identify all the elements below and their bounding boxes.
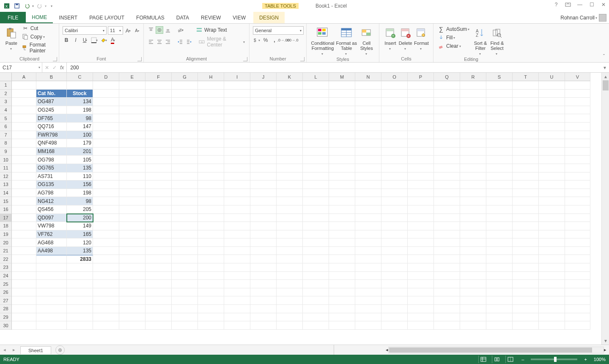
cell[interactable] xyxy=(12,280,36,288)
cut-button[interactable]: ✂Cut xyxy=(21,25,55,32)
cell[interactable] xyxy=(381,214,408,222)
row-header[interactable]: 12 xyxy=(0,172,12,181)
redo-dropdown-icon[interactable]: ▾ xyxy=(45,4,47,8)
cell[interactable] xyxy=(408,197,434,205)
column-header[interactable]: V xyxy=(565,73,590,81)
cell[interactable] xyxy=(224,81,250,90)
cell[interactable] xyxy=(565,255,590,263)
cell[interactable] xyxy=(303,172,329,181)
row-header[interactable]: 19 xyxy=(0,230,12,239)
cell[interactable] xyxy=(119,90,145,98)
cell[interactable] xyxy=(198,214,224,222)
cell[interactable] xyxy=(198,172,224,181)
cell[interactable] xyxy=(513,272,539,280)
cell[interactable]: OG765 xyxy=(36,164,67,172)
cell[interactable]: 205 xyxy=(67,205,93,214)
cell[interactable] xyxy=(486,296,513,305)
cell[interactable] xyxy=(408,214,434,222)
cell[interactable] xyxy=(277,156,303,164)
cell[interactable] xyxy=(250,114,277,123)
cell[interactable] xyxy=(198,238,224,247)
tab-formulas[interactable]: FORMULAS xyxy=(130,12,170,23)
cell[interactable] xyxy=(277,164,303,172)
cell[interactable]: 135 xyxy=(67,164,93,172)
cell[interactable] xyxy=(408,247,434,255)
cell[interactable] xyxy=(329,197,355,205)
cell[interactable] xyxy=(93,98,119,106)
cell[interactable] xyxy=(198,205,224,214)
cell[interactable] xyxy=(539,305,565,313)
format-painter-button[interactable]: Format Painter xyxy=(21,41,55,54)
cell[interactable] xyxy=(513,197,539,205)
cell[interactable] xyxy=(355,247,381,255)
cell[interactable] xyxy=(172,181,198,189)
cell[interactable] xyxy=(303,321,329,330)
cell[interactable] xyxy=(172,263,198,272)
cell[interactable] xyxy=(224,272,250,280)
cell[interactable] xyxy=(119,148,145,156)
cell[interactable] xyxy=(434,131,460,140)
paste-dropdown-icon[interactable]: ▾ xyxy=(10,47,12,52)
cell[interactable] xyxy=(434,238,460,247)
align-middle-button[interactable] xyxy=(156,26,163,34)
cell[interactable] xyxy=(172,197,198,205)
column-header[interactable]: D xyxy=(93,73,119,81)
cell[interactable] xyxy=(145,148,172,156)
cell[interactable] xyxy=(565,263,590,272)
cell[interactable] xyxy=(486,313,513,322)
cell[interactable] xyxy=(329,123,355,131)
cell[interactable] xyxy=(224,181,250,189)
cell[interactable] xyxy=(486,222,513,230)
cell[interactable] xyxy=(381,81,408,90)
cell[interactable] xyxy=(355,139,381,148)
cell[interactable] xyxy=(408,205,434,214)
cell[interactable] xyxy=(172,205,198,214)
cell[interactable] xyxy=(119,288,145,297)
cell[interactable] xyxy=(119,98,145,106)
cell[interactable] xyxy=(513,189,539,197)
cell[interactable] xyxy=(145,98,172,106)
cell[interactable]: 149 xyxy=(67,222,93,230)
cell[interactable] xyxy=(36,313,67,322)
cell[interactable] xyxy=(277,255,303,263)
cancel-formula-button[interactable]: ✕ xyxy=(45,65,49,71)
cell[interactable]: 98 xyxy=(67,197,93,205)
cell[interactable] xyxy=(12,114,36,123)
cell[interactable]: AS731 xyxy=(36,172,67,181)
cell[interactable] xyxy=(355,106,381,115)
cell[interactable] xyxy=(67,272,93,280)
cell[interactable]: QNF498 xyxy=(36,139,67,148)
cell[interactable] xyxy=(434,230,460,239)
cell[interactable] xyxy=(303,214,329,222)
cell[interactable]: 165 xyxy=(67,230,93,239)
cell[interactable] xyxy=(408,238,434,247)
cell[interactable] xyxy=(67,81,93,90)
ribbon-options-button[interactable] xyxy=(564,1,572,8)
cell[interactable] xyxy=(277,214,303,222)
worksheet-grid[interactable]: ABCDEFGHIJKLMNOPQRSTUV 12345678910111213… xyxy=(0,73,609,345)
cell[interactable] xyxy=(145,181,172,189)
cell[interactable] xyxy=(539,255,565,263)
cell[interactable] xyxy=(565,131,590,140)
cell[interactable] xyxy=(355,98,381,106)
cell[interactable] xyxy=(381,238,408,247)
cell[interactable] xyxy=(277,131,303,140)
cell[interactable] xyxy=(198,189,224,197)
font-launcher[interactable] xyxy=(137,57,142,61)
cell[interactable] xyxy=(250,288,277,297)
cell[interactable] xyxy=(12,148,36,156)
cell[interactable] xyxy=(145,156,172,164)
cell[interactable] xyxy=(355,214,381,222)
cell[interactable] xyxy=(486,139,513,148)
enter-formula-button[interactable]: ✓ xyxy=(52,65,57,71)
row-header[interactable]: 4 xyxy=(0,106,12,115)
cell[interactable]: 134 xyxy=(67,98,93,106)
zoom-out-button[interactable]: – xyxy=(521,357,524,362)
cell[interactable] xyxy=(119,313,145,322)
cell[interactable] xyxy=(539,164,565,172)
cell[interactable] xyxy=(460,189,486,197)
cell[interactable] xyxy=(513,123,539,131)
zoom-in-button[interactable]: + xyxy=(584,357,587,362)
cell[interactable] xyxy=(434,247,460,255)
cell[interactable] xyxy=(145,255,172,263)
